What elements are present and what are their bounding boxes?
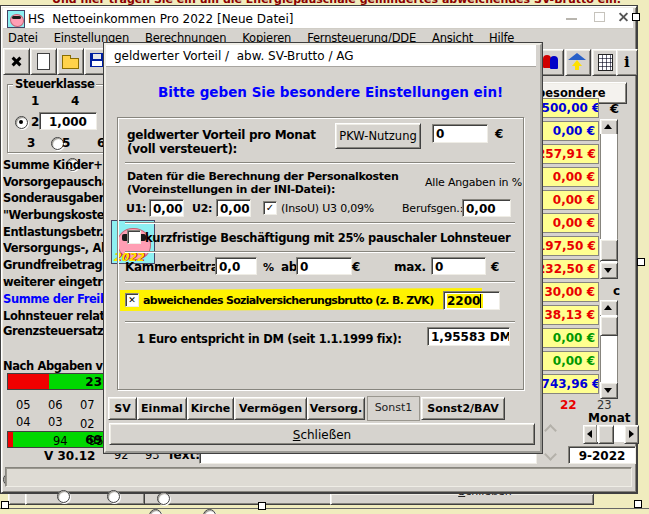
label-lohnsteuer: Lohnsteuer relat: [3, 309, 104, 323]
kammer-max-field[interactable]: 0: [431, 257, 486, 275]
amount-field: 38,13 €: [536, 305, 599, 325]
year-label-03: 03: [48, 415, 63, 429]
tab-sonst1[interactable]: Sonst1: [367, 396, 420, 421]
faktor-field[interactable]: 1,000: [39, 112, 97, 130]
selection-handle-bottom-mid[interactable]: [258, 502, 266, 510]
abw-sv-checkbox[interactable]: ✕: [125, 293, 139, 307]
separator: [125, 222, 515, 224]
kammerbeitrag-field[interactable]: 0,0: [215, 257, 257, 275]
x-check-icon: ✕: [128, 295, 136, 305]
dialog-title: geldwerter Vorteil / abw. SV-Brutto / AG: [114, 49, 354, 63]
amount-field: 0,00 €: [536, 167, 599, 187]
year-radio-95[interactable]: [203, 509, 216, 514]
selection-handle-right-mid[interactable]: [637, 258, 645, 266]
selection-handle-bottom-right[interactable]: [634, 500, 642, 508]
pkw-nutzung-button[interactable]: PKW-Nutzung: [335, 123, 421, 149]
kammer-pct-label: %: [263, 261, 274, 274]
year-label-22: 22: [560, 398, 577, 412]
screenshot-root: Und hier tragen Sie ein um die Energiepa…: [0, 0, 649, 514]
bold-x-icon: [9, 55, 24, 68]
selection-handle-top-right[interactable]: [632, 13, 640, 21]
scrollbar-down-button[interactable]: [600, 262, 618, 279]
window-title: HS Nettoeinkommen Pro 2022 [Neue Datei]: [28, 12, 294, 26]
maximize-button[interactable]: [594, 12, 605, 22]
amount-field: 197,50 €: [536, 236, 599, 256]
calculator-icon: [598, 54, 613, 71]
tab-kirche[interactable]: Kirche: [187, 397, 234, 420]
monat-scroll-thumb[interactable]: [598, 425, 614, 444]
period-field[interactable]: 9-2022: [568, 446, 636, 464]
kammer-euro1-label: €: [352, 260, 360, 274]
separator: [125, 251, 515, 253]
year-radio-94[interactable]: [149, 509, 162, 514]
tab-sv[interactable]: SV: [108, 397, 137, 420]
angaben-note: Alle Angaben in %: [425, 176, 522, 189]
amount-field: 0,00 €: [536, 190, 599, 210]
insou-label: (InsoU) U3 0,09%: [281, 202, 374, 215]
menu-datei[interactable]: Datei: [8, 31, 38, 45]
kurzfristig-checkbox[interactable]: [127, 230, 141, 244]
kammer-ab-field[interactable]: 0: [296, 257, 352, 275]
dialog-groupbox: [117, 117, 524, 390]
kurzfristig-label: kurzfristige Beschäftigung mit 25% pausc…: [145, 231, 510, 245]
dm-label: 1 Euro entspricht in DM (seit 1.1.1999 f…: [137, 332, 402, 346]
arrow-up-icon: [604, 305, 612, 310]
separator: [125, 321, 515, 323]
insou-checkbox[interactable]: ✓: [263, 201, 277, 215]
label-weiterer: weiterer eingetra: [3, 275, 104, 289]
year-label-23: 23: [597, 398, 612, 412]
grenzsteuersatz-bar: 23: [7, 373, 105, 390]
minimize-button[interactable]: [566, 18, 577, 20]
label-versorgungs: Versorgungs-, Al: [3, 241, 104, 255]
u1-field[interactable]: 0,00: [149, 199, 184, 217]
label-nach-abgaben: Nach Abgaben v: [3, 359, 104, 373]
amount-field: .500,00 €: [536, 98, 599, 118]
steuerklasse-label-4: 4: [71, 94, 79, 108]
arrow-down-icon: [604, 268, 612, 273]
toolbar-open-button[interactable]: [57, 48, 84, 75]
toolbar-home-button[interactable]: [565, 49, 591, 76]
tab-vermoegen[interactable]: Vermögen: [234, 397, 307, 420]
tab-versorg[interactable]: Versorg.: [307, 397, 365, 420]
steuerklasse-radio-1[interactable]: [15, 116, 28, 129]
label-entlastungsbetrag: Entlastungsbetr.: [3, 225, 104, 239]
berufsgen-field[interactable]: 0,00: [462, 199, 511, 217]
arrow-right-icon: [629, 430, 634, 438]
label-vorsorgepauschale: Vorsorgepauscha: [3, 175, 104, 189]
dialog-close-button[interactable]: Schließen: [109, 423, 535, 445]
amount-field: 0,00 €: [536, 213, 599, 233]
label-summe-freibetraege: Summe der Freib: [3, 292, 104, 306]
amount-field: 0,00 €: [536, 121, 599, 141]
toolbar-close-button[interactable]: [3, 48, 30, 75]
kammer-max-label: max.: [394, 260, 426, 274]
euro-column-label: €: [610, 101, 619, 116]
monat-scroll-right[interactable]: [624, 425, 639, 444]
abw-sv-value: 2200: [447, 294, 481, 308]
monat-label: Monat: [588, 411, 631, 425]
steuerklasse-label-1: 1: [31, 94, 39, 108]
scrollbar-thumb[interactable]: [600, 239, 618, 261]
scrollbar2-thumb[interactable]: [600, 316, 618, 336]
arrow-up-icon: [604, 124, 612, 129]
year-label-07: 07: [80, 398, 95, 412]
toolbar-calculator-button[interactable]: [592, 49, 618, 76]
abw-sv-label: abweichendes Sozialversicherungsbrutto (…: [143, 294, 434, 307]
u2-field[interactable]: 0,00: [216, 199, 251, 217]
amount-field: 0,00 €: [536, 328, 599, 348]
tab-einmal[interactable]: Einmal: [137, 397, 187, 420]
separator: [125, 281, 515, 283]
scrollbar2-down-button[interactable]: [600, 382, 618, 399]
version-label: V 30.12: [44, 449, 95, 463]
gv-value-field[interactable]: 0: [432, 124, 488, 143]
gv-label-line2: (voll versteuert):: [127, 142, 237, 156]
toolbar-info-button[interactable]: i: [616, 49, 638, 76]
selection-handle-bottom-left[interactable]: [1, 501, 9, 509]
kammer-ab-label: ab: [281, 260, 297, 274]
tab-sonst2-bav[interactable]: Sonst2/BAV: [421, 397, 505, 420]
toolbar-new-button[interactable]: [30, 48, 57, 75]
open-folder-icon: [62, 58, 79, 69]
info-icon: i: [624, 53, 630, 71]
steuerklasse-legend: Steuerklasse: [13, 77, 96, 91]
close-window-button[interactable]: [616, 11, 631, 24]
abw-sv-field[interactable]: 2200: [443, 291, 500, 310]
